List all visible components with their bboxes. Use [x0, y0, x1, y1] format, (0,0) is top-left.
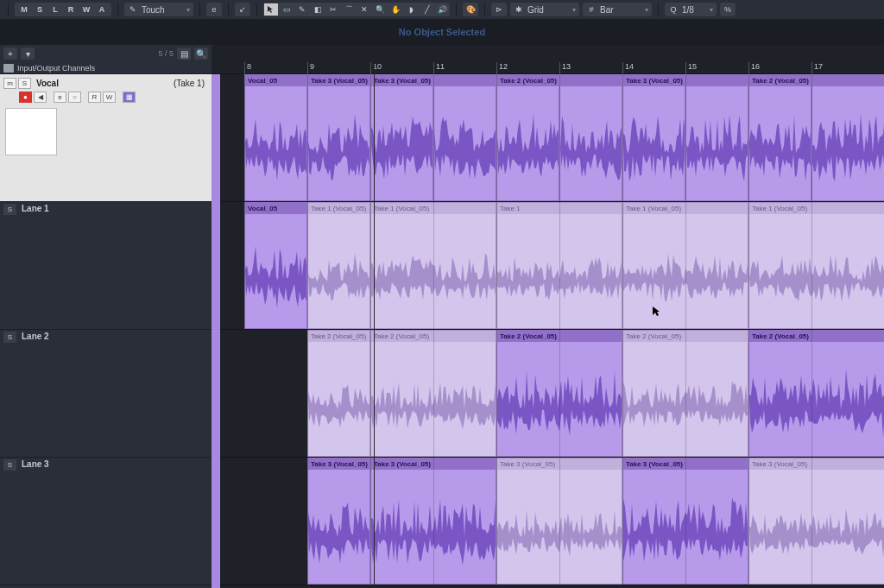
automation-mode-label: Touch [142, 5, 165, 15]
constrain-icon[interactable]: ↙ [235, 3, 250, 16]
split-tool-btn[interactable]: ✂ [326, 3, 340, 16]
audio-clip[interactable] [811, 74, 884, 201]
grid-line [370, 458, 371, 585]
lane-solo-btn-3[interactable]: S [3, 459, 16, 471]
mute-tool-btn[interactable]: ✕ [357, 3, 371, 16]
audio-clip[interactable]: Take 3 (Vocal_05) [307, 458, 370, 585]
timeline-ruler[interactable]: 891011121314151617 [212, 62, 884, 74]
playhead[interactable] [374, 62, 375, 588]
e-edit-btn[interactable]: e [206, 3, 222, 16]
draw-tool-btn[interactable]: ✎ [295, 3, 309, 16]
audio-clip[interactable]: Take 3 (Vocal_05) [307, 74, 370, 201]
lane-solo-btn-1[interactable]: S [3, 204, 16, 215]
add-track-btn[interactable]: + [3, 47, 17, 60]
ruler-mark-15: 15 [685, 62, 697, 74]
ruler-mark-9: 9 [307, 62, 314, 74]
edit-channel-btn[interactable]: e [54, 92, 66, 103]
io-channels-row[interactable]: Input/Output Channels [0, 62, 212, 74]
grid-line [685, 330, 686, 457]
audio-clip[interactable] [433, 74, 496, 201]
grid-line [622, 330, 623, 457]
play-tool-btn[interactable]: 🔊 [435, 3, 449, 16]
audio-clip[interactable]: Take 2 (Vocal_05) [307, 330, 370, 457]
comp-tool-btn[interactable]: ✋ [388, 3, 402, 16]
timewarp-tool-btn[interactable]: ◗ [404, 3, 418, 16]
snap-toggle-btn[interactable]: ⊳ [491, 3, 507, 16]
record-enable-btn[interactable]: ● [19, 92, 32, 103]
track-mute-btn[interactable]: m [3, 78, 16, 89]
grid-type-select[interactable]: # Bar [583, 3, 652, 16]
monitor-btn[interactable]: ◀ [34, 92, 47, 103]
waveform [308, 214, 369, 328]
glue-tool-btn[interactable]: ⌒ [342, 3, 356, 16]
grid-line [559, 458, 560, 585]
waveform [560, 86, 622, 200]
grid-line [496, 330, 497, 457]
show-lanes-btn[interactable]: ▦ [123, 92, 136, 103]
automation-all-btn[interactable]: A [95, 3, 109, 16]
listen-all-btn[interactable]: L [48, 3, 62, 16]
audio-clip[interactable]: Take 3 (Vocal_05) [622, 74, 685, 201]
lane-header-1[interactable]: S Lane 1 [0, 202, 212, 330]
audio-clip[interactable]: Take 3 (Vocal_05) [370, 74, 433, 201]
track-config-btn[interactable]: ▤ [177, 47, 191, 60]
track-list: Input/Output Channels m S Vocal (Take 1)… [0, 62, 212, 588]
audio-clip[interactable]: Take 2 (Vocal_05) [748, 330, 884, 457]
audio-clip[interactable]: Take 3 (Vocal_05) [748, 458, 884, 585]
audio-clip[interactable]: Take 2 (Vocal_05) [496, 74, 559, 201]
automation-mode-select[interactable]: ✎ Touch [124, 3, 193, 16]
write-automation-btn[interactable]: W [103, 92, 116, 103]
lane-header-3[interactable]: S Lane 3 [0, 458, 212, 585]
read-automation-btn[interactable]: R [88, 92, 101, 103]
mute-all-btn[interactable]: M [17, 3, 31, 16]
track-menu-btn[interactable]: ▾ [21, 47, 35, 60]
audio-clip[interactable]: Vocal_05 [244, 202, 307, 329]
solo-all-btn[interactable]: S [33, 3, 47, 16]
grid-line [559, 202, 560, 329]
audio-clip[interactable]: Vocal_05 [244, 74, 307, 201]
lane-header-2[interactable]: S Lane 2 [0, 330, 212, 458]
write-all-btn[interactable]: W [79, 3, 93, 16]
grid-line [433, 202, 434, 329]
clip-label [434, 75, 496, 86]
cursor-pointer-icon [652, 306, 660, 318]
color-tool-btn[interactable]: 🎨 [463, 3, 478, 16]
grid-line [622, 74, 623, 201]
track-filter-count: 5 / 5 [158, 49, 174, 58]
audio-clip[interactable]: Take 1 (Vocal_05) [748, 202, 884, 329]
range-tool-btn[interactable]: ▭ [280, 3, 294, 16]
freeze-btn[interactable]: ○ [68, 92, 81, 103]
track-header-vocal[interactable]: m S Vocal (Take 1) ● ◀ e ○ R W ▦ [0, 74, 212, 202]
track-row-lane1[interactable]: Vocal_05Take 1 (Vocal_05)Take 1 (Vocal_0… [212, 202, 884, 330]
waveform [749, 470, 884, 584]
lane-solo-btn-2[interactable]: S [3, 332, 16, 343]
quantize-percent-btn[interactable]: % [720, 3, 736, 16]
track-color-strip [212, 74, 220, 588]
waveform [749, 214, 884, 328]
track-solo-btn[interactable]: S [18, 78, 31, 89]
audio-clip[interactable] [685, 74, 748, 201]
zoom-tool-btn[interactable]: 🔍 [373, 3, 387, 16]
timeline-area[interactable]: 891011121314151617 Vocal_05Take 3 (Vocal… [212, 62, 884, 588]
quantize-select[interactable]: Q 1/8 [665, 3, 717, 16]
track-row-lane2[interactable]: Take 2 (Vocal_05)Take 2 (Vocal_05)Take 2… [212, 330, 884, 458]
track-thumbnail [5, 108, 57, 155]
audio-clip[interactable]: Take 2 (Vocal_05) [748, 74, 811, 201]
audio-clip[interactable]: Take 1 (Vocal_05) [307, 202, 370, 329]
ruler-mark-17: 17 [811, 62, 823, 74]
selection-tool-btn[interactable] [264, 3, 278, 16]
grid-line [244, 330, 245, 457]
line-tool-btn[interactable]: ╱ [420, 3, 433, 16]
track-search-btn[interactable]: 🔍 [194, 47, 208, 60]
state-buttons-group: M S L R W A [15, 3, 111, 16]
snap-mode-select[interactable]: ✱ Grid [510, 3, 579, 16]
grid-line [622, 458, 623, 585]
read-all-btn[interactable]: R [64, 3, 78, 16]
grid-line [748, 202, 749, 329]
track-row-lane3[interactable]: Take 3 (Vocal_05)Take 3 (Vocal_05)Take 3… [212, 458, 884, 585]
erase-tool-btn[interactable]: ◧ [311, 3, 325, 16]
track-row-main[interactable]: Vocal_05Take 3 (Vocal_05)Take 3 (Vocal_0… [212, 74, 884, 202]
audio-clip[interactable] [559, 74, 622, 201]
clip-label: Vocal_05 [245, 75, 306, 86]
grid-line [370, 74, 371, 201]
